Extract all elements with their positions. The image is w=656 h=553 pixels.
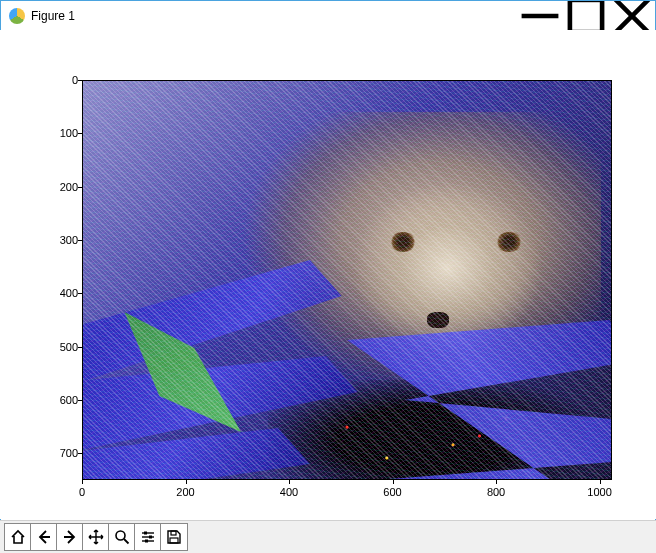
- x-tick-mark: [82, 480, 83, 484]
- window-title: Figure 1: [31, 9, 75, 23]
- save-icon: [166, 529, 182, 545]
- y-tick-mark: [78, 240, 82, 241]
- minimize-button[interactable]: [517, 1, 563, 31]
- home-button[interactable]: [5, 524, 31, 550]
- save-button[interactable]: [161, 524, 187, 550]
- y-tick-label: 400: [60, 287, 78, 299]
- y-tick-label: 600: [60, 394, 78, 406]
- displayed-image: [82, 80, 612, 480]
- x-tick-mark: [600, 480, 601, 484]
- svg-point-4: [116, 531, 125, 540]
- x-tick-label: 1000: [587, 486, 611, 498]
- sliders-icon: [140, 529, 156, 545]
- y-tick-label: 700: [60, 447, 78, 459]
- y-tick-mark: [78, 133, 82, 134]
- arrow-left-icon: [36, 529, 52, 545]
- svg-rect-13: [170, 538, 178, 543]
- home-icon: [10, 529, 26, 545]
- y-tick-label: 100: [60, 127, 78, 139]
- svg-rect-11: [145, 540, 148, 543]
- svg-rect-10: [149, 536, 152, 539]
- forward-button[interactable]: [57, 524, 83, 550]
- x-tick-label: 200: [176, 486, 194, 498]
- move-icon: [88, 529, 104, 545]
- toolbar-group: [4, 523, 188, 551]
- nav-toolbar: [0, 520, 656, 553]
- plot-axes: 010020030040050060070002004006008001000: [82, 80, 612, 480]
- x-tick-mark: [496, 480, 497, 484]
- magnify-icon: [114, 529, 130, 545]
- x-tick-label: 400: [280, 486, 298, 498]
- back-button[interactable]: [31, 524, 57, 550]
- y-tick-mark: [78, 293, 82, 294]
- x-tick-label: 800: [487, 486, 505, 498]
- svg-line-5: [124, 539, 129, 544]
- pan-button[interactable]: [83, 524, 109, 550]
- app-icon: [9, 8, 25, 24]
- y-tick-label: 500: [60, 341, 78, 353]
- svg-rect-12: [171, 531, 176, 535]
- y-tick-mark: [78, 400, 82, 401]
- y-tick-mark: [78, 453, 82, 454]
- maximize-button[interactable]: [563, 1, 609, 31]
- y-tick-label: 300: [60, 234, 78, 246]
- subplots-button[interactable]: [135, 524, 161, 550]
- titlebar: Figure 1: [1, 1, 655, 31]
- figure-canvas[interactable]: 010020030040050060070002004006008001000: [0, 30, 656, 519]
- svg-rect-1: [570, 0, 602, 32]
- close-button[interactable]: [609, 1, 655, 31]
- x-tick-mark: [186, 480, 187, 484]
- x-tick-mark: [393, 480, 394, 484]
- y-tick-mark: [78, 80, 82, 81]
- y-tick-mark: [78, 187, 82, 188]
- x-tick-mark: [289, 480, 290, 484]
- svg-rect-9: [144, 532, 147, 535]
- zoom-button[interactable]: [109, 524, 135, 550]
- x-tick-label: 600: [383, 486, 401, 498]
- y-tick-mark: [78, 347, 82, 348]
- arrow-right-icon: [62, 529, 78, 545]
- x-tick-label: 0: [79, 486, 85, 498]
- y-tick-label: 200: [60, 181, 78, 193]
